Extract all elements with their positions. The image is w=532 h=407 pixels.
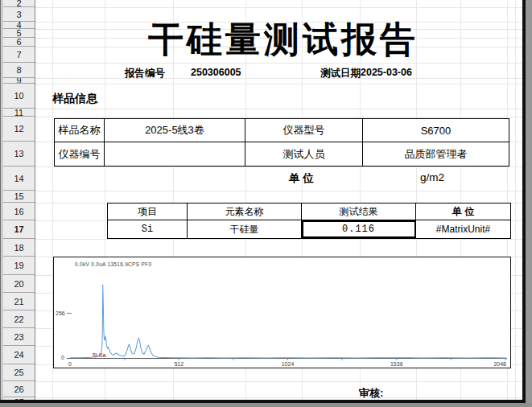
unit-value[interactable]: g/m2 <box>357 171 507 183</box>
row-header-19[interactable]: 19 <box>3 257 35 275</box>
report-no-label[interactable]: 报告编号 <box>125 67 165 80</box>
row-header-13[interactable]: 13 <box>3 142 35 166</box>
tester-value-cell[interactable]: 品质部管理者 <box>363 142 509 166</box>
test-date-value[interactable]: 2025-03-06 <box>361 67 412 78</box>
row-header-14[interactable]: 14 <box>3 166 35 191</box>
gridline <box>35 109 522 109</box>
chart-annotation: 0.0kV 0.0uA 13516.9CPS PF0 <box>75 261 151 267</box>
row-header-17[interactable]: 17 <box>3 220 35 239</box>
tester-label-cell[interactable]: 测试人员 <box>245 142 363 166</box>
svg-text:0: 0 <box>68 361 72 367</box>
gridline <box>35 117 522 117</box>
gridline <box>35 381 522 382</box>
row-header-6[interactable]: 6 <box>3 38 35 47</box>
row-header-5[interactable]: 5 <box>3 29 35 38</box>
row-header-11[interactable]: 11 <box>3 109 35 117</box>
sample-info-heading[interactable]: 样品信息 <box>52 92 97 106</box>
gridline <box>35 166 522 167</box>
row-header-24[interactable]: 24 <box>3 346 35 364</box>
row-header-25[interactable]: 25 <box>3 364 35 381</box>
result-header-element[interactable]: 元素名称 <box>188 204 302 220</box>
spectrum-chart[interactable]: 051210241536204825600.0kV 0.0uA 13516.9C… <box>53 257 511 368</box>
row-header-9[interactable]: 9 <box>3 78 35 84</box>
result-header-result[interactable]: 测试结果 <box>302 204 416 220</box>
result-table: 项目 元素名称 测试结果 单 位 Si 干硅量 0.116 #MatrixUni… <box>107 203 511 239</box>
result-cell-item[interactable]: Si <box>108 220 188 238</box>
row-header-26[interactable]: 26 <box>3 381 35 397</box>
sample-info-table: 样品名称 2025-5线3卷 仪器型号 S6700 仪器编号 测试人员 品质部管… <box>54 118 509 166</box>
gridline <box>515 0 516 400</box>
row-header-column: 2345678910111213141516171819202122232425… <box>3 0 35 400</box>
gridline <box>35 191 522 191</box>
result-cell-element[interactable]: 干硅量 <box>188 220 302 238</box>
svg-text:256: 256 <box>56 310 65 316</box>
row-header-4[interactable]: 4 <box>3 22 35 29</box>
row-header-10[interactable]: 10 <box>3 84 35 109</box>
row-header-8[interactable]: 8 <box>3 63 35 78</box>
svg-text:0: 0 <box>61 355 64 360</box>
svg-text:512: 512 <box>174 361 184 367</box>
gridline <box>35 239 522 240</box>
row-header-16[interactable]: 16 <box>3 203 35 220</box>
window-right-edge <box>526 0 532 407</box>
instrument-model-label-cell[interactable]: 仪器型号 <box>245 119 363 142</box>
instrument-no-value-cell[interactable] <box>105 142 245 166</box>
unit-label[interactable]: 单 位 <box>245 171 357 186</box>
row-header-2[interactable]: 2 <box>3 0 35 7</box>
instrument-model-value-cell[interactable]: S6700 <box>363 119 509 142</box>
svg-text:2048: 2048 <box>493 361 506 367</box>
row-header-22[interactable]: 22 <box>3 310 35 328</box>
row-header-23[interactable]: 23 <box>3 328 35 346</box>
row-header-20[interactable]: 20 <box>3 275 35 293</box>
spectrum-line <box>70 285 505 358</box>
row-header-18[interactable]: 18 <box>3 239 35 257</box>
gridline <box>35 63 522 64</box>
report-title[interactable]: 干硅量测试报告 <box>43 20 523 59</box>
window-bottom-edge <box>0 403 532 407</box>
sample-name-value-cell[interactable]: 2025-5线3卷 <box>105 119 245 142</box>
row-header-3[interactable]: 3 <box>3 7 35 22</box>
test-date-label[interactable]: 测试日期 <box>320 67 361 80</box>
gridline <box>35 84 522 84</box>
row-header-21[interactable]: 21 <box>3 293 35 310</box>
svg-text:1024: 1024 <box>282 361 295 367</box>
result-header-unit[interactable]: 单 位 <box>416 204 510 220</box>
gridline <box>35 397 522 398</box>
result-cell-unit[interactable]: #MatrixUnit# <box>416 220 510 238</box>
gridline <box>35 7 522 8</box>
instrument-no-label-cell[interactable]: 仪器编号 <box>55 142 105 166</box>
review-label[interactable]: 审核: <box>359 386 383 401</box>
row-header-7[interactable]: 7 <box>3 47 35 63</box>
result-cell-value-selected[interactable]: 0.116 <box>302 220 416 238</box>
sample-name-label-cell[interactable]: 样品名称 <box>55 119 105 142</box>
row-header-15[interactable]: 15 <box>3 191 35 203</box>
gridline <box>35 78 522 79</box>
result-header-item[interactable]: 项目 <box>108 204 188 220</box>
row-header-12[interactable]: 12 <box>3 117 35 142</box>
svg-text:1536: 1536 <box>390 361 403 367</box>
report-no-value[interactable]: 250306005 <box>191 67 241 78</box>
